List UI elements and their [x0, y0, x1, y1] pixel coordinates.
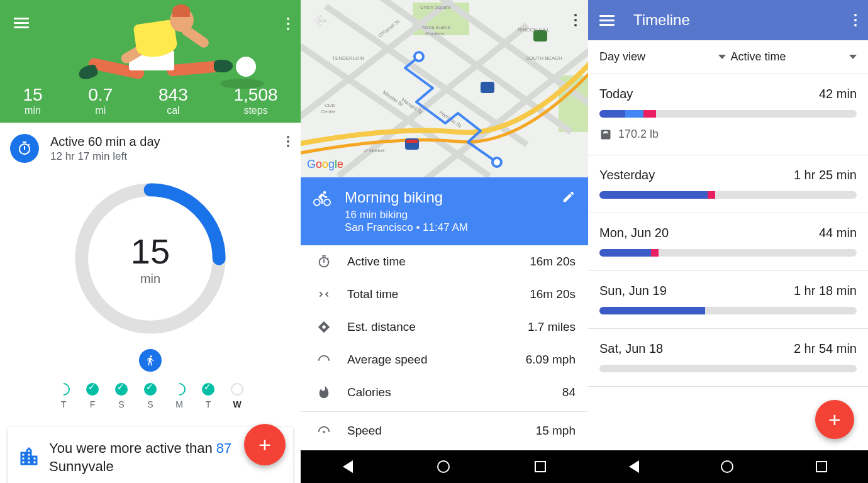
- menu-icon[interactable]: [14, 15, 29, 31]
- filter-metric-dropdown[interactable]: Active time: [731, 50, 857, 64]
- stat-label: Est. distance: [347, 320, 528, 334]
- weekday-item[interactable]: S: [144, 383, 157, 409]
- nav-back-icon[interactable]: [629, 460, 639, 473]
- svg-text:Center: Center: [321, 109, 336, 114]
- ring-value: 15: [131, 231, 170, 272]
- stat-value: 16m 20s: [530, 287, 576, 301]
- svg-text:Civic: Civic: [325, 103, 335, 108]
- nav-recent-icon[interactable]: [535, 461, 546, 472]
- weight-value: 170.2 lb: [618, 128, 659, 141]
- activity-bar: [599, 191, 857, 199]
- day-label: T: [202, 399, 214, 409]
- runner-illustration: [44, 3, 258, 91]
- day-label: S: [144, 399, 157, 409]
- stat-label: Active time: [347, 255, 530, 269]
- fab-add-button[interactable]: +: [815, 400, 854, 439]
- stat-row: Est. distance1.7 miles: [301, 311, 588, 343]
- progress-ring: 15 min: [69, 177, 232, 340]
- goal-row[interactable]: Active 60 min a day 12 hr 17 min left: [0, 123, 301, 174]
- walk-icon[interactable]: [139, 349, 162, 372]
- weekday-item[interactable]: S: [115, 383, 128, 409]
- entry-label: Today: [599, 87, 633, 101]
- weekday-item[interactable]: F: [86, 383, 99, 409]
- stats-bar: 15min 0.7mi 843cal 1,508steps: [0, 85, 301, 116]
- fab-add-button[interactable]: +: [244, 424, 286, 465]
- ring-label: min: [131, 272, 170, 286]
- appbar: Timeline: [588, 0, 868, 40]
- filter-view-dropdown[interactable]: Day view: [599, 50, 726, 64]
- entry-label: Sun, Jun 19: [599, 284, 667, 298]
- place-icon: [313, 320, 335, 334]
- day-label: S: [115, 399, 128, 409]
- stat-value: 6.09 mph: [526, 353, 576, 367]
- timeline-entry[interactable]: Today42 min170.2 lb: [588, 74, 868, 155]
- stat-label: Speed: [347, 424, 536, 438]
- stat-miles[interactable]: 0.7mi: [88, 85, 113, 116]
- timeline-entry[interactable]: Yesterday1 hr 25 min: [588, 155, 868, 213]
- stat-label: Calories: [347, 386, 562, 399]
- entry-label: Sat, Jun 18: [599, 341, 663, 356]
- stat-steps[interactable]: 1,508steps: [233, 85, 277, 116]
- stat-minutes[interactable]: 15min: [23, 85, 42, 116]
- weight-row: 170.2 lb: [599, 128, 857, 141]
- activity-bar: [599, 249, 857, 257]
- entry-label: Mon, Jun 20: [599, 226, 669, 240]
- timer-icon: [10, 134, 39, 163]
- svg-rect-13: [406, 140, 418, 143]
- day-status-icon: [144, 383, 157, 396]
- phone-timeline: Timeline Day view Active time Today42 mi…: [588, 0, 868, 483]
- plus-icon: +: [828, 408, 841, 432]
- map-more-icon[interactable]: [574, 11, 577, 29]
- plus-icon: +: [259, 433, 271, 457]
- stat-label: Average speed: [347, 353, 526, 367]
- menu-icon[interactable]: [599, 13, 615, 28]
- entry-duration: 1 hr 25 min: [794, 168, 857, 182]
- back-icon[interactable]: [312, 13, 328, 31]
- day-label: M: [173, 399, 186, 409]
- stat-value: 84: [562, 386, 576, 399]
- weekday-item[interactable]: M: [173, 383, 186, 409]
- nav-home-icon[interactable]: [437, 460, 450, 473]
- scale-icon: [599, 128, 612, 141]
- goal-more-icon[interactable]: [287, 134, 289, 149]
- activity-subtitle2: San Francisco • 11:47 AM: [345, 221, 468, 234]
- day-status-icon: [115, 383, 128, 396]
- svg-text:SOUTH BEACH: SOUTH BEACH: [526, 55, 562, 61]
- android-navbar: [301, 450, 588, 483]
- timeline-entry[interactable]: Sun, Jun 191 hr 18 min: [588, 271, 868, 329]
- entry-label: Yesterday: [599, 168, 655, 182]
- speed-icon: [313, 424, 335, 438]
- gauge-icon: [313, 353, 335, 367]
- svg-rect-14: [481, 82, 494, 93]
- entry-duration: 2 hr 54 min: [794, 341, 857, 356]
- weekday-item[interactable]: T: [202, 383, 214, 409]
- nav-back-icon[interactable]: [343, 460, 353, 473]
- svg-point-30: [492, 158, 501, 167]
- more-icon[interactable]: [854, 11, 857, 29]
- entry-duration: 44 min: [819, 226, 857, 240]
- svg-text:RINCON HILL: RINCON HILL: [518, 27, 550, 33]
- activity-header: Morning biking 16 min biking San Francis…: [301, 177, 588, 245]
- activity-insight-text: You were more active than 87Sunnyvale: [49, 440, 231, 475]
- timeline-entry[interactable]: Sat, Jun 182 hr 54 min: [588, 329, 868, 387]
- map-view[interactable]: Union Square O'Farrell St Yerba BuenaGar…: [301, 0, 588, 177]
- week-row: TFSSMTW: [0, 383, 301, 409]
- svg-point-31: [322, 325, 326, 329]
- edit-icon[interactable]: [562, 190, 576, 206]
- weekday-item[interactable]: W: [231, 383, 243, 409]
- city-icon: [18, 445, 40, 470]
- entry-duration: 1 hr 18 min: [794, 284, 857, 298]
- appbar-title: Timeline: [633, 11, 690, 29]
- stat-calories[interactable]: 843cal: [159, 85, 188, 116]
- day-label: W: [231, 399, 243, 409]
- header-hero: 15min 0.7mi 843cal 1,508steps: [0, 0, 301, 123]
- day-status-icon: [231, 383, 243, 396]
- more-icon[interactable]: [287, 15, 289, 33]
- stat-row: Speed15 mph: [301, 414, 588, 447]
- timeline-entry[interactable]: Mon, Jun 2044 min: [588, 213, 868, 271]
- nav-home-icon[interactable]: [721, 460, 733, 473]
- bike-icon: [313, 190, 331, 210]
- nav-recent-icon[interactable]: [816, 461, 827, 472]
- stat-value: 15 mph: [536, 424, 576, 438]
- weekday-item[interactable]: T: [57, 383, 70, 409]
